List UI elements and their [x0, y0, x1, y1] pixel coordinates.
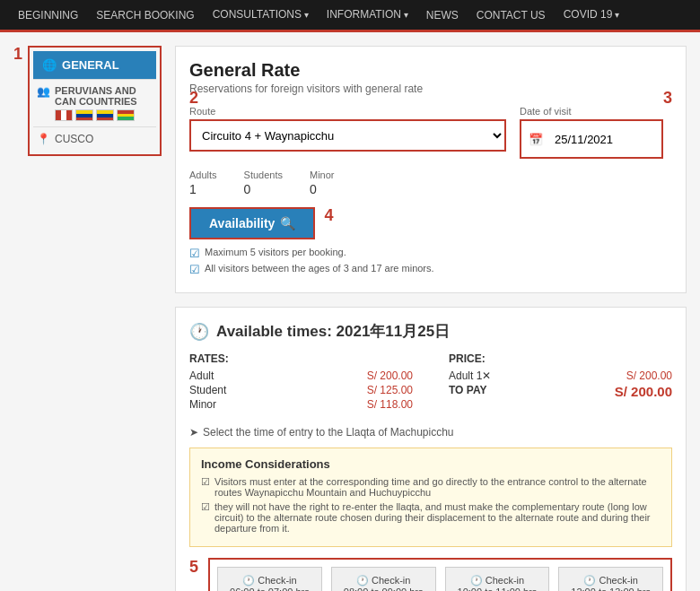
- sidebar: 1 🌐 GENERAL 👥 PERUVIANS AND CAN COUNTRIE…: [13, 46, 162, 591]
- sidebar-general-button[interactable]: 🌐 GENERAL: [33, 51, 156, 79]
- available-times-section: 🕐 Available times: 2021年11月25日 RATES: Ad…: [175, 307, 687, 591]
- price-adult-row: Adult 1✕ S/ 200.00: [449, 369, 672, 382]
- clock-slot-3-icon: 🕐: [470, 575, 483, 586]
- location-icon: 📍: [37, 133, 50, 145]
- flag-bolivia: [117, 109, 135, 121]
- slot-3-time: 🕐 Check-in10:00 to 11:00 hrs: [451, 575, 545, 591]
- calendar-icon: 📅: [529, 133, 543, 146]
- slot-2-time: 🕐 Check-in08:00 to 09:00 hrs: [337, 575, 431, 591]
- time-slot-1[interactable]: 🕐 Check-in06:00 to 07:00 hrs 39: [217, 567, 322, 591]
- route-label: Route: [189, 106, 506, 117]
- counts-row: Adults 1 Students 0 Minor 0: [189, 169, 672, 196]
- search-icon: 🔍: [280, 216, 295, 230]
- to-pay-label: TO PAY: [449, 384, 486, 399]
- nav-beginning[interactable]: BEGINNING: [9, 0, 87, 31]
- route-section: Route Circuito 4 + Waynapicchu 2: [189, 106, 506, 159]
- flag-colombia: [75, 109, 93, 121]
- income-checkbox-1: ☑: [201, 476, 210, 488]
- time-slot-4[interactable]: 🕐 Check-in12:00 to 13:00 hrs 48: [558, 567, 663, 591]
- students-group: Students 0: [244, 169, 283, 196]
- slots-section: 5 🕐 Check-in06:00 to 07:00 hrs 39 🕐 Chec…: [189, 558, 672, 591]
- nav-news[interactable]: NEWS: [417, 0, 468, 31]
- price-topay-row: TO PAY S/ 200.00: [449, 384, 672, 399]
- price-adult-label: Adult 1✕: [449, 369, 491, 382]
- route-input-wrapper: Circuito 4 + Waynapicchu: [189, 119, 506, 152]
- time-slot-3[interactable]: 🕐 Check-in10:00 to 11:00 hrs 35: [445, 567, 550, 591]
- price-amount-1: S/ 200.00: [626, 369, 672, 382]
- date-group: Date of visit 📅: [520, 106, 663, 159]
- minor-group: Minor 0: [310, 169, 335, 196]
- notice-2: ☑ All visitors between the ages of 3 and…: [189, 263, 672, 276]
- notices: ☑ Maximum 5 visitors per booking. ☑ All …: [189, 247, 672, 276]
- notice-1: ☑ Maximum 5 visitors per booking.: [189, 247, 672, 260]
- students-value: 0: [244, 182, 251, 196]
- people-icon: 👥: [37, 85, 50, 98]
- label-1: 1: [13, 46, 22, 62]
- nav-consultations[interactable]: CONSULTATIONS: [204, 8, 318, 21]
- route-select[interactable]: Circuito 4 + Waynapicchu: [191, 121, 504, 150]
- slot-1-time: 🕐 Check-in06:00 to 07:00 hrs: [223, 575, 317, 591]
- slot-4-time: 🕐 Check-in12:00 to 13:00 hrs: [564, 575, 658, 591]
- flag-peru: [55, 109, 73, 121]
- general-rate-subtitle: Reservations for foreign visitors with g…: [189, 83, 672, 95]
- arrow-icon: ➤: [189, 426, 198, 439]
- select-time-label: ➤ Select the time of entry to the Llaqta…: [189, 426, 672, 439]
- peruvians-section: PERUVIANS AND CAN COUNTRIES: [55, 85, 153, 121]
- availability-row: Availability 🔍 4: [189, 207, 672, 239]
- nav-covid19[interactable]: COVID 19: [555, 8, 628, 21]
- label-2: 2: [189, 90, 198, 106]
- adults-label: Adults: [189, 169, 217, 180]
- globe-icon: 🌐: [42, 58, 57, 72]
- rates-title: RATES:: [189, 352, 413, 365]
- income-item-2: ☑ they will not have the right to re-ent…: [201, 501, 661, 534]
- navigation: BEGINNING SEARCH BOOKING CONSULTATIONS I…: [0, 0, 700, 32]
- minor-value: 0: [310, 182, 317, 196]
- date-label: Date of visit: [520, 106, 663, 117]
- rates-column: RATES: Adult S/ 200.00 Student S/ 125.00…: [189, 352, 413, 413]
- availability-label: Availability: [209, 216, 275, 230]
- peruvians-label: PERUVIANS AND CAN COUNTRIES: [55, 85, 153, 107]
- adults-group: Adults 1: [189, 169, 217, 196]
- label-5: 5: [189, 558, 198, 577]
- main-container: 1 🌐 GENERAL 👥 PERUVIANS AND CAN COUNTRIE…: [0, 32, 700, 591]
- content-area: General Rate Reservations for foreign vi…: [175, 46, 687, 591]
- route-date-row: Route Circuito 4 + Waynapicchu 2 Date of…: [189, 106, 672, 159]
- route-group: Route Circuito 4 + Waynapicchu: [189, 106, 506, 152]
- rate-adult: Adult S/ 200.00: [189, 369, 413, 382]
- sidebar-rate-box: 🌐 GENERAL 👥 PERUVIANS AND CAN COUNTRIES: [28, 46, 162, 156]
- adults-value: 1: [189, 182, 197, 196]
- minor-label: Minor: [310, 169, 335, 180]
- date-input[interactable]: [547, 125, 637, 153]
- label-3: 3: [663, 90, 672, 106]
- availability-button[interactable]: Availability 🔍: [191, 209, 313, 238]
- available-times-title: Available times: 2021年11月25日: [216, 321, 450, 342]
- price-title: PRICE:: [449, 352, 672, 365]
- time-slots-row: 🕐 Check-in06:00 to 07:00 hrs 39 🕐 Check-…: [208, 558, 672, 591]
- total-amount: S/ 200.00: [615, 384, 672, 399]
- clock-slot-4-icon: 🕐: [583, 575, 596, 586]
- date-section: Date of visit 📅 3: [520, 106, 672, 159]
- rates-price-row: RATES: Adult S/ 200.00 Student S/ 125.00…: [189, 352, 672, 413]
- checkbox-1-icon: ☑: [189, 247, 200, 260]
- nav-search-booking[interactable]: SEARCH BOOKING: [87, 0, 203, 31]
- flag-row: [55, 109, 153, 121]
- flag-ecuador: [96, 109, 114, 121]
- label-4: 4: [324, 207, 333, 223]
- clock-slot-2-icon: 🕐: [356, 575, 369, 586]
- income-considerations-box: Income Considerations ☑ Visitors must en…: [189, 448, 672, 547]
- rate-student: Student S/ 125.00: [189, 384, 413, 396]
- sidebar-peruvians-item[interactable]: 👥 PERUVIANS AND CAN COUNTRIES: [33, 79, 156, 126]
- availability-btn-wrapper: Availability 🔍: [189, 207, 315, 239]
- nav-information[interactable]: INFORMATION: [318, 8, 417, 21]
- time-slot-2[interactable]: 🕐 Check-in08:00 to 09:00 hrs 29: [331, 567, 436, 591]
- clock-icon: 🕐: [189, 322, 209, 342]
- checkbox-2-icon: ☑: [189, 263, 200, 276]
- nav-contact-us[interactable]: CONTACT US: [468, 0, 555, 31]
- students-label: Students: [244, 169, 283, 180]
- income-item-1: ☑ Visitors must enter at the correspondi…: [201, 476, 661, 498]
- general-rate-box: General Rate Reservations for foreign vi…: [175, 46, 687, 293]
- price-column: PRICE: Adult 1✕ S/ 200.00 TO PAY S/ 200.…: [449, 352, 672, 413]
- sidebar-cusco-item[interactable]: 📍 CUSCO: [33, 126, 156, 151]
- clock-slot-1-icon: 🕐: [242, 575, 255, 586]
- available-times-header: 🕐 Available times: 2021年11月25日: [189, 321, 672, 342]
